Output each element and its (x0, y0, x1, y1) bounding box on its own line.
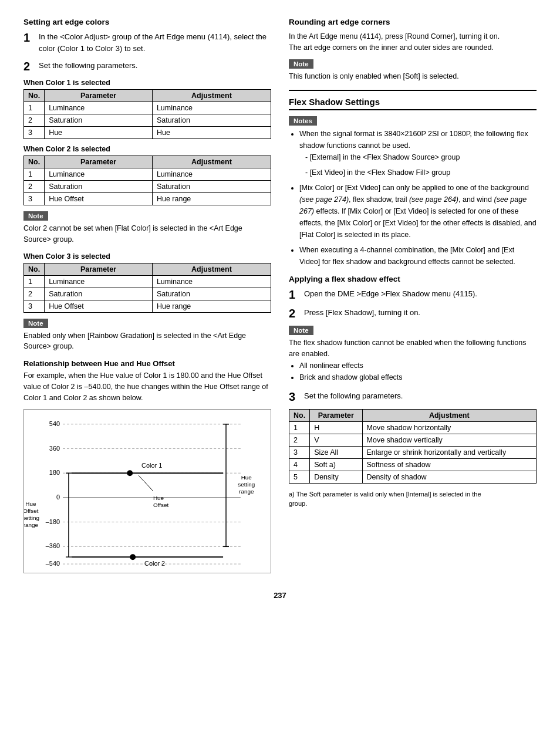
col-param-2: Parameter (45, 156, 153, 168)
flex-notes-label: Notes (289, 116, 317, 126)
hue-offset-label-line3: setting (24, 515, 39, 521)
hue-offset-label-line2: Offset (24, 508, 39, 514)
color1-dot (127, 471, 133, 476)
col-no-3: No. (24, 263, 45, 275)
relationship-title: Relationship between Hue and Hue Offset (23, 359, 271, 368)
table-row: 1LuminanceLuminance (24, 275, 271, 288)
page-number: 237 (23, 591, 537, 600)
hue-setting-label-line1: Hue (241, 474, 252, 481)
note-block-1: Note Color 2 cannot be set when [Flat Co… (23, 211, 271, 245)
note-label-2: Note (23, 319, 48, 328)
table-row: 3Size AllEnlarge or shrink horizontally … (289, 446, 537, 458)
table-row: 3Hue OffsetHue range (24, 300, 271, 312)
y-label-360: 360 (49, 445, 60, 452)
apply-step-1-text: Open the DME >Edge >Flex Shadow menu (41… (304, 288, 477, 300)
apply-step-1: 1 Open the DME >Edge >Flex Shadow menu (… (289, 288, 537, 301)
hue-setting-label-line2: setting (238, 481, 255, 488)
table-row: 2SaturationSaturation (24, 114, 271, 127)
apply-bullet-1: All nonlinear effects (299, 360, 537, 371)
step-1: 1 In the <Color Adjust> group of the Art… (23, 31, 271, 54)
table-row: 4Soft a)Softness of shadow (289, 458, 537, 471)
flex-note-1: When the signal format is 3840×2160P 2SI… (299, 128, 537, 178)
table-row: 1HMove shadow horizontally (289, 421, 537, 434)
color1-label: When Color 1 is selected (23, 79, 271, 87)
rounding-note-label: Note (289, 59, 313, 69)
apply-note-label: Note (289, 326, 313, 335)
step-2: 2 Set the following parameters. (23, 60, 271, 73)
col-adj-2: Adjustment (152, 156, 271, 168)
flex-col-adj: Adjustment (362, 409, 536, 421)
y-label-540: 540 (49, 420, 60, 427)
col-no-1: No. (24, 90, 45, 102)
apply-step-3-text: Set the following parameters. (304, 390, 403, 402)
color2-dot (130, 554, 136, 560)
right-column: Rounding art edge corners In the Art Edg… (289, 18, 537, 573)
page-layout: Setting art edge colors 1 In the <Color … (23, 18, 537, 573)
note-content-1: Color 2 cannot be set when [Flat Color] … (23, 223, 271, 245)
hue-offset-arrow (139, 475, 153, 491)
table-row: 2SaturationSaturation (24, 181, 271, 193)
table-row: 3Hue OffsetHue range (24, 193, 271, 205)
relationship-text: For example, when the Hue value of Color… (23, 370, 271, 403)
left-section-title: Setting art edge colors (23, 18, 271, 26)
note-block-2: Note Enabled only when [Rainbow Gradatio… (23, 319, 271, 353)
apply-note-content: The flex shadow function cannot be enabl… (289, 337, 537, 383)
y-label--540: –540 (46, 560, 60, 567)
color1-table: No. Parameter Adjustment 1LuminanceLumin… (23, 89, 271, 139)
hue-offset-label-line1: Hue (25, 501, 36, 507)
flex-shadow-title: Flex Shadow Settings (289, 97, 537, 110)
flex-notes-block: When the signal format is 3840×2160P 2SI… (289, 128, 537, 268)
color2-table: No. Parameter Adjustment 1LuminanceLumin… (23, 156, 271, 205)
flex-note-2-italic1: (see page 274) (299, 195, 349, 204)
table-row: 1LuminanceLuminance (24, 102, 271, 114)
right-section-title: Rounding art edge corners (289, 18, 537, 26)
flex-col-no: No. (289, 409, 310, 421)
color3-label: When Color 3 is selected (23, 252, 271, 261)
hue-offset-pointer-label1: Hue (153, 495, 164, 501)
hue-offset-pointer-label2: Offset (153, 502, 168, 508)
col-param-1: Parameter (45, 90, 153, 102)
col-param-3: Parameter (45, 263, 153, 275)
apply-note-block: Note The flex shadow function cannot be … (289, 326, 537, 383)
step-1-text: In the <Color Adjust> group of the Art E… (39, 31, 271, 54)
apply-step-1-number: 1 (289, 288, 299, 301)
col-adj-3: Adjustment (152, 263, 271, 275)
footnote: a) The Soft parameter is valid only when… (289, 489, 537, 509)
apply-step-2: 2 Press [Flex Shadow], turning it on. (289, 307, 537, 320)
step-2-number: 2 (23, 60, 34, 73)
apply-step-3-number: 3 (289, 390, 299, 403)
section-divider (289, 90, 537, 91)
color2-chart-label: Color 2 (144, 560, 165, 567)
table-row: 3HueHue (24, 127, 271, 139)
note-content-2: Enabled only when [Rainbow Gradation] is… (23, 330, 271, 353)
table-row: 2VMove shadow vertically (289, 434, 537, 446)
col-no-2: No. (24, 156, 45, 168)
hue-chart: 540 360 180 0 –180 –360 –540 Color (23, 409, 271, 573)
table-row: 5DensityDensity of shadow (289, 471, 537, 483)
flex-note-1-sublist: [External] in the <Flex Shadow Source> g… (299, 151, 537, 178)
flex-note-2: [Mix Color] or [Ext Video] can only be a… (299, 182, 537, 241)
rounding-note-content: This function is only enabled when [Soft… (289, 71, 537, 82)
apply-step-2-text: Press [Flex Shadow], turning it on. (304, 307, 420, 319)
step-1-number: 1 (23, 31, 34, 44)
rounding-intro: In the Art Edge menu (4114), press [Roun… (289, 31, 537, 53)
table-row: 1LuminanceLuminance (24, 168, 271, 181)
y-label--180: –180 (46, 518, 60, 525)
color2-label: When Color 2 is selected (23, 145, 271, 153)
color1-chart-label: Color 1 (141, 462, 162, 469)
applying-title: Applying a flex shadow effect (289, 275, 537, 283)
flex-note-1-sub-1: [External] in the <Flex Shadow Source> g… (305, 151, 537, 163)
flex-note-2-italic2: (see page 264) (409, 195, 458, 204)
y-label-180: 180 (49, 469, 60, 476)
hue-offset-label-line4: range (24, 522, 39, 528)
flex-params-table: No. Parameter Adjustment 1HMove shadow h… (289, 409, 537, 484)
flex-note-3: When executing a 4-channel combination, … (299, 244, 537, 268)
apply-step-2-number: 2 (289, 307, 299, 320)
col-adj-1: Adjustment (152, 90, 271, 102)
left-column: Setting art edge colors 1 In the <Color … (23, 18, 271, 573)
chart-svg: 540 360 180 0 –180 –360 –540 Color (24, 410, 271, 573)
color3-table: No. Parameter Adjustment 1LuminanceLumin… (23, 263, 271, 313)
flex-col-param: Parameter (310, 409, 362, 421)
y-label-0: 0 (56, 494, 60, 501)
apply-note-bullets: All nonlinear effects Brick and shadow g… (289, 360, 537, 383)
